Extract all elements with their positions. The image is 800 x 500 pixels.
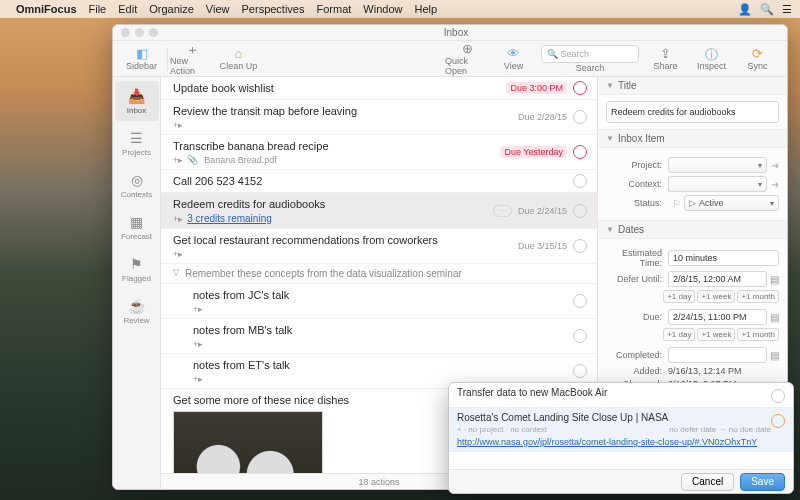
status-circle[interactable] (771, 389, 785, 403)
status-circle[interactable] (573, 239, 587, 253)
defer-date-field[interactable]: 2/8/15, 12:00 AM (668, 271, 767, 287)
estimated-time-field[interactable]: 10 minutes (668, 250, 779, 266)
eye-icon: 👁 (507, 46, 520, 61)
cancel-button[interactable]: Cancel (681, 473, 734, 491)
sidebar-toggle-button[interactable]: ◧Sidebar (119, 43, 165, 75)
perspective-sidebar: 📥Inbox ☰Projects ◎Contexts ▦Forecast ⚑Fl… (113, 77, 161, 489)
inspector-section-dates[interactable]: ▼Dates (598, 221, 787, 239)
status-circle[interactable] (573, 145, 587, 159)
task-title: Get local restaurant recommendations fro… (173, 233, 518, 247)
contexts-icon: ◎ (131, 172, 143, 188)
sidebar-item-projects[interactable]: ☰Projects (115, 123, 159, 163)
share-button[interactable]: ⇪Share (643, 43, 689, 75)
calendar-icon[interactable]: ▤ (770, 350, 779, 361)
task-title: Redeem credits for audiobooks (173, 197, 493, 211)
task-url-link[interactable]: http://www.nasa.gov/jpl/rosetta/comet-la… (457, 437, 757, 447)
menu-organize[interactable]: Organize (149, 3, 194, 15)
sidebar-item-contexts[interactable]: ◎Contexts (115, 165, 159, 205)
calendar-icon[interactable]: ▤ (770, 312, 779, 323)
status-circle[interactable] (573, 110, 587, 124)
completed-date-field[interactable] (668, 347, 767, 363)
inspect-button[interactable]: ⓘInspect (689, 43, 735, 75)
status-circle[interactable] (573, 204, 587, 218)
forecast-icon: ▦ (130, 214, 143, 230)
search-icon: 🔍 (547, 49, 558, 59)
window-title: Inbox (133, 27, 779, 38)
menu-extras-icon[interactable]: ☰ (782, 3, 792, 16)
task-row[interactable]: Review the transit map before leaving+▸D… (161, 100, 597, 135)
task-row[interactable]: Redeem credits for audiobooks+▸ 3 credit… (161, 193, 597, 229)
clean-up-button[interactable]: ⌂Clean Up (216, 43, 262, 75)
task-note-link[interactable]: 3 credits remaining (187, 213, 271, 224)
inspector-section-title[interactable]: ▼Title (598, 77, 787, 95)
menu-view[interactable]: View (206, 3, 230, 15)
attachment-name: Banana Bread.pdf (204, 155, 277, 165)
status-circle[interactable] (573, 81, 587, 95)
project-select[interactable] (668, 157, 767, 173)
due-badge: Due 3/15/15 (518, 241, 567, 251)
app-menu[interactable]: OmniFocus (16, 3, 77, 15)
task-row[interactable]: notes from JC's talk+▸ (161, 284, 597, 319)
note-indicator-icon: +▸ (173, 249, 183, 259)
status-select[interactable]: ▷Active (684, 195, 779, 211)
task-row[interactable]: Update book wishlistDue 3:00 PM (161, 77, 597, 100)
spotlight-icon[interactable]: 🔍 (760, 3, 774, 16)
status-circle[interactable] (573, 364, 587, 378)
share-icon: ⇪ (660, 46, 671, 61)
view-button[interactable]: 👁View (491, 43, 537, 75)
quick-open-button[interactable]: ⊕Quick Open (445, 43, 491, 75)
quick-entry-row[interactable]: Rosetta's Comet Landing Site Close Up | … (449, 408, 793, 452)
close-traffic-light[interactable] (121, 28, 130, 37)
more-icon[interactable]: ⋯ (493, 205, 512, 217)
sidebar-item-flagged[interactable]: ⚑Flagged (115, 249, 159, 289)
flag-toggle[interactable]: ⚐ (668, 198, 684, 209)
bump-month[interactable]: +1 month (737, 328, 779, 341)
goto-icon[interactable]: ➜ (771, 179, 779, 190)
sync-button[interactable]: ⟳Sync (735, 43, 781, 75)
task-row[interactable]: Get local restaurant recommendations fro… (161, 229, 597, 264)
status-circle[interactable] (573, 294, 587, 308)
goto-icon[interactable]: ➜ (771, 160, 779, 171)
plus-icon: ＋ (186, 41, 199, 56)
calendar-icon[interactable]: ▤ (770, 274, 779, 285)
task-title: Rosetta's Comet Landing Site Close Up | … (457, 412, 771, 423)
menu-window[interactable]: Window (363, 3, 402, 15)
sidebar-item-forecast[interactable]: ▦Forecast (115, 207, 159, 247)
inbox-icon: 📥 (128, 88, 145, 104)
task-title: Transfer data to new MacBook Air (457, 387, 771, 398)
inspector-section-inbox[interactable]: ▼Inbox Item (598, 130, 787, 148)
sidebar-item-inbox[interactable]: 📥Inbox (115, 81, 159, 121)
due-date-field[interactable]: 2/24/15, 11:00 PM (668, 309, 767, 325)
status-circle[interactable] (573, 174, 587, 188)
menu-perspectives[interactable]: Perspectives (242, 3, 305, 15)
flagged-icon: ⚑ (130, 256, 143, 272)
task-row[interactable]: Call 206 523 4152 (161, 170, 597, 193)
task-title: Transcribe banana bread recipe (173, 139, 500, 153)
bump-week[interactable]: +1 week (697, 290, 735, 303)
task-row[interactable]: notes from MB's talk+▸ (161, 319, 597, 354)
menu-format[interactable]: Format (317, 3, 352, 15)
bump-day[interactable]: +1 day (663, 290, 695, 303)
new-action-button[interactable]: ＋New Action (170, 43, 216, 75)
bump-week[interactable]: +1 week (697, 328, 735, 341)
menu-help[interactable]: Help (414, 3, 437, 15)
inspector-title-field[interactable]: Redeem credits for audiobooks (606, 101, 779, 123)
task-title: Review the transit map before leaving (173, 104, 518, 118)
quick-open-icon: ⊕ (462, 41, 473, 56)
quick-entry-row[interactable]: Transfer data to new MacBook Air (449, 383, 793, 408)
menu-edit[interactable]: Edit (118, 3, 137, 15)
sidebar-item-review[interactable]: ☕Review (115, 291, 159, 331)
disclosure-triangle-icon: ▼ (606, 134, 614, 143)
status-circle[interactable] (771, 414, 785, 428)
search-field[interactable]: 🔍 Search (541, 45, 639, 63)
status-circle[interactable] (573, 329, 587, 343)
menu-file[interactable]: File (89, 3, 107, 15)
task-row[interactable]: Transcribe banana bread recipe+▸ Banana … (161, 135, 597, 170)
task-group-header[interactable]: ▽Remember these concepts from the data v… (161, 264, 597, 284)
bump-day[interactable]: +1 day (663, 328, 695, 341)
sync-icon: ⟳ (752, 46, 763, 61)
save-button[interactable]: Save (740, 473, 785, 491)
user-icon[interactable]: 👤 (738, 3, 752, 16)
bump-month[interactable]: +1 month (737, 290, 779, 303)
context-select[interactable] (668, 176, 767, 192)
